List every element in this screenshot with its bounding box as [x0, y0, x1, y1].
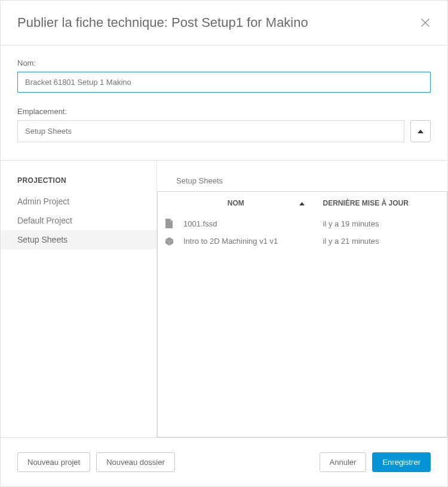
new-project-button[interactable]: Nouveau projet: [17, 452, 90, 472]
file-name: Intro to 2D Machining v1 v1: [179, 232, 311, 250]
table-row[interactable]: Intro to 2D Machining v1 v1 il y a 21 mi…: [158, 232, 447, 250]
sidebar-item-setup-sheets[interactable]: Setup Sheets: [1, 230, 157, 249]
location-label: Emplacement:: [17, 107, 431, 116]
table-header-row: NOM DERNIÈRE MISE À JOUR: [158, 192, 447, 215]
dialog-header: Publier la fiche technique: Post Setup1 …: [1, 1, 447, 45]
table-row[interactable]: 1001.fssd il y a 19 minutes: [158, 215, 447, 232]
file-updated: il y a 21 minutes: [311, 232, 447, 250]
file-updated: il y a 19 minutes: [311, 215, 447, 232]
up-folder-button[interactable]: [410, 120, 431, 142]
location-path[interactable]: Setup Sheets: [17, 120, 404, 142]
file-icon: [165, 219, 173, 228]
caret-up-icon: [299, 199, 305, 207]
close-button[interactable]: [420, 17, 431, 28]
column-header-updated[interactable]: DERNIÈRE MISE À JOUR: [311, 192, 447, 215]
name-label: Nom:: [17, 59, 431, 68]
column-header-name[interactable]: NOM: [179, 192, 293, 215]
dialog-footer: Nouveau projet Nouveau dossier Annuler E…: [1, 438, 447, 486]
dialog-title: Publier la fiche technique: Post Setup1 …: [17, 15, 420, 30]
file-name: 1001.fssd: [179, 215, 311, 232]
publish-dialog: Publier la fiche technique: Post Setup1 …: [0, 0, 448, 487]
name-input[interactable]: [17, 72, 431, 93]
close-icon: [421, 19, 429, 27]
file-table: NOM DERNIÈRE MISE À JOUR: [157, 191, 447, 437]
file-browser: PROJECTION Admin Project Default Project…: [1, 160, 447, 437]
content-pane: Setup Sheets NOM: [157, 161, 447, 437]
cancel-button[interactable]: Annuler: [320, 452, 367, 472]
caret-up-icon: [418, 130, 424, 133]
sidebar-heading: PROJECTION: [1, 176, 157, 192]
sidebar-item-default-project[interactable]: Default Project: [1, 211, 157, 230]
box-icon: [165, 237, 174, 246]
new-folder-button[interactable]: Nouveau dossier: [96, 452, 175, 472]
sort-indicator[interactable]: [293, 192, 311, 215]
column-header-name-label: NOM: [228, 199, 244, 207]
sidebar: PROJECTION Admin Project Default Project…: [1, 161, 157, 437]
sidebar-item-admin-project[interactable]: Admin Project: [1, 192, 157, 211]
location-row: Setup Sheets: [17, 120, 431, 142]
save-button[interactable]: Enregistrer: [372, 452, 431, 472]
form-area: Nom: Emplacement: Setup Sheets: [1, 45, 447, 160]
column-header-updated-label: DERNIÈRE MISE À JOUR: [323, 199, 409, 207]
content-path: Setup Sheets: [157, 161, 447, 191]
